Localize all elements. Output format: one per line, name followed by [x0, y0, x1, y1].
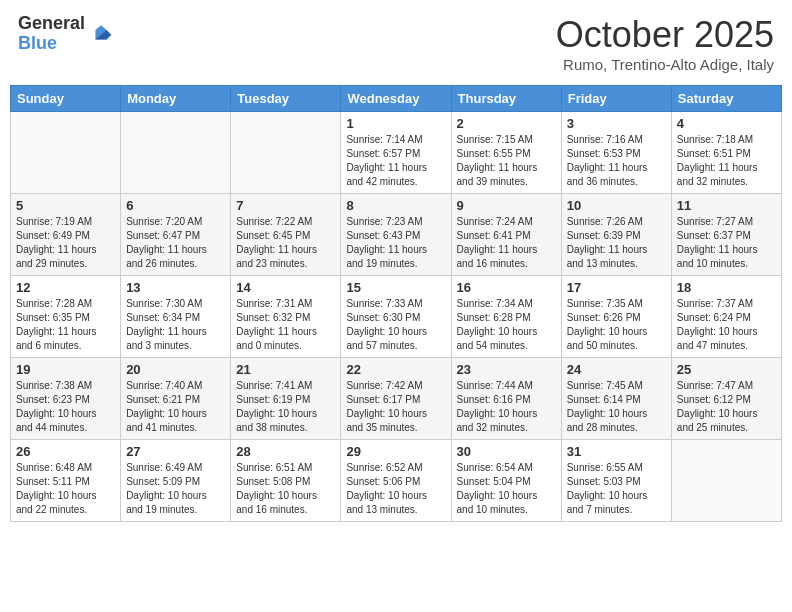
calendar-cell-8: 8Sunrise: 7:23 AM Sunset: 6:43 PM Daylig…	[341, 194, 451, 276]
day-info: Sunrise: 7:26 AM Sunset: 6:39 PM Dayligh…	[567, 215, 666, 271]
day-number: 5	[16, 198, 115, 213]
day-number: 17	[567, 280, 666, 295]
calendar-cell-12: 12Sunrise: 7:28 AM Sunset: 6:35 PM Dayli…	[11, 276, 121, 358]
day-info: Sunrise: 7:27 AM Sunset: 6:37 PM Dayligh…	[677, 215, 776, 271]
day-number: 3	[567, 116, 666, 131]
day-info: Sunrise: 6:54 AM Sunset: 5:04 PM Dayligh…	[457, 461, 556, 517]
day-number: 18	[677, 280, 776, 295]
day-number: 24	[567, 362, 666, 377]
calendar-cell-16: 16Sunrise: 7:34 AM Sunset: 6:28 PM Dayli…	[451, 276, 561, 358]
weekday-header-sunday: Sunday	[11, 86, 121, 112]
day-info: Sunrise: 6:48 AM Sunset: 5:11 PM Dayligh…	[16, 461, 115, 517]
calendar-cell-empty	[11, 112, 121, 194]
calendar-cell-empty	[231, 112, 341, 194]
month-title: October 2025	[556, 14, 774, 56]
day-info: Sunrise: 6:52 AM Sunset: 5:06 PM Dayligh…	[346, 461, 445, 517]
calendar-cell-27: 27Sunrise: 6:49 AM Sunset: 5:09 PM Dayli…	[121, 440, 231, 522]
calendar-cell-18: 18Sunrise: 7:37 AM Sunset: 6:24 PM Dayli…	[671, 276, 781, 358]
calendar-cell-29: 29Sunrise: 6:52 AM Sunset: 5:06 PM Dayli…	[341, 440, 451, 522]
logo: General Blue	[18, 14, 113, 54]
day-number: 16	[457, 280, 556, 295]
weekday-header-tuesday: Tuesday	[231, 86, 341, 112]
day-number: 23	[457, 362, 556, 377]
day-info: Sunrise: 7:22 AM Sunset: 6:45 PM Dayligh…	[236, 215, 335, 271]
day-number: 8	[346, 198, 445, 213]
title-section: October 2025 Rumo, Trentino-Alto Adige, …	[556, 14, 774, 73]
calendar-cell-4: 4Sunrise: 7:18 AM Sunset: 6:51 PM Daylig…	[671, 112, 781, 194]
calendar-cell-5: 5Sunrise: 7:19 AM Sunset: 6:49 PM Daylig…	[11, 194, 121, 276]
day-number: 31	[567, 444, 666, 459]
calendar-cell-25: 25Sunrise: 7:47 AM Sunset: 6:12 PM Dayli…	[671, 358, 781, 440]
day-number: 26	[16, 444, 115, 459]
weekday-header-monday: Monday	[121, 86, 231, 112]
day-number: 11	[677, 198, 776, 213]
day-number: 19	[16, 362, 115, 377]
day-info: Sunrise: 7:18 AM Sunset: 6:51 PM Dayligh…	[677, 133, 776, 189]
day-number: 20	[126, 362, 225, 377]
day-number: 30	[457, 444, 556, 459]
calendar-cell-31: 31Sunrise: 6:55 AM Sunset: 5:03 PM Dayli…	[561, 440, 671, 522]
day-number: 25	[677, 362, 776, 377]
day-info: Sunrise: 7:24 AM Sunset: 6:41 PM Dayligh…	[457, 215, 556, 271]
calendar-cell-15: 15Sunrise: 7:33 AM Sunset: 6:30 PM Dayli…	[341, 276, 451, 358]
day-info: Sunrise: 7:20 AM Sunset: 6:47 PM Dayligh…	[126, 215, 225, 271]
day-info: Sunrise: 7:47 AM Sunset: 6:12 PM Dayligh…	[677, 379, 776, 435]
day-info: Sunrise: 7:40 AM Sunset: 6:21 PM Dayligh…	[126, 379, 225, 435]
calendar-cell-11: 11Sunrise: 7:27 AM Sunset: 6:37 PM Dayli…	[671, 194, 781, 276]
day-number: 12	[16, 280, 115, 295]
day-info: Sunrise: 7:33 AM Sunset: 6:30 PM Dayligh…	[346, 297, 445, 353]
day-number: 21	[236, 362, 335, 377]
calendar-cell-22: 22Sunrise: 7:42 AM Sunset: 6:17 PM Dayli…	[341, 358, 451, 440]
calendar-cell-3: 3Sunrise: 7:16 AM Sunset: 6:53 PM Daylig…	[561, 112, 671, 194]
day-info: Sunrise: 7:45 AM Sunset: 6:14 PM Dayligh…	[567, 379, 666, 435]
day-info: Sunrise: 6:55 AM Sunset: 5:03 PM Dayligh…	[567, 461, 666, 517]
day-info: Sunrise: 7:19 AM Sunset: 6:49 PM Dayligh…	[16, 215, 115, 271]
calendar-cell-13: 13Sunrise: 7:30 AM Sunset: 6:34 PM Dayli…	[121, 276, 231, 358]
day-number: 7	[236, 198, 335, 213]
day-number: 29	[346, 444, 445, 459]
calendar-cell-2: 2Sunrise: 7:15 AM Sunset: 6:55 PM Daylig…	[451, 112, 561, 194]
calendar-cell-10: 10Sunrise: 7:26 AM Sunset: 6:39 PM Dayli…	[561, 194, 671, 276]
weekday-header-friday: Friday	[561, 86, 671, 112]
calendar-cell-28: 28Sunrise: 6:51 AM Sunset: 5:08 PM Dayli…	[231, 440, 341, 522]
day-info: Sunrise: 7:44 AM Sunset: 6:16 PM Dayligh…	[457, 379, 556, 435]
day-number: 2	[457, 116, 556, 131]
calendar-table: SundayMondayTuesdayWednesdayThursdayFrid…	[10, 85, 782, 522]
day-number: 28	[236, 444, 335, 459]
calendar-cell-20: 20Sunrise: 7:40 AM Sunset: 6:21 PM Dayli…	[121, 358, 231, 440]
day-number: 13	[126, 280, 225, 295]
logo-general: General	[18, 14, 85, 34]
day-info: Sunrise: 7:15 AM Sunset: 6:55 PM Dayligh…	[457, 133, 556, 189]
day-number: 22	[346, 362, 445, 377]
day-info: Sunrise: 7:35 AM Sunset: 6:26 PM Dayligh…	[567, 297, 666, 353]
calendar-cell-21: 21Sunrise: 7:41 AM Sunset: 6:19 PM Dayli…	[231, 358, 341, 440]
calendar-cell-9: 9Sunrise: 7:24 AM Sunset: 6:41 PM Daylig…	[451, 194, 561, 276]
day-info: Sunrise: 7:28 AM Sunset: 6:35 PM Dayligh…	[16, 297, 115, 353]
day-number: 4	[677, 116, 776, 131]
day-info: Sunrise: 7:42 AM Sunset: 6:17 PM Dayligh…	[346, 379, 445, 435]
day-info: Sunrise: 7:14 AM Sunset: 6:57 PM Dayligh…	[346, 133, 445, 189]
weekday-header-wednesday: Wednesday	[341, 86, 451, 112]
day-info: Sunrise: 6:51 AM Sunset: 5:08 PM Dayligh…	[236, 461, 335, 517]
day-info: Sunrise: 7:31 AM Sunset: 6:32 PM Dayligh…	[236, 297, 335, 353]
day-info: Sunrise: 7:16 AM Sunset: 6:53 PM Dayligh…	[567, 133, 666, 189]
day-number: 1	[346, 116, 445, 131]
calendar-cell-7: 7Sunrise: 7:22 AM Sunset: 6:45 PM Daylig…	[231, 194, 341, 276]
day-info: Sunrise: 7:30 AM Sunset: 6:34 PM Dayligh…	[126, 297, 225, 353]
weekday-header-thursday: Thursday	[451, 86, 561, 112]
day-info: Sunrise: 7:41 AM Sunset: 6:19 PM Dayligh…	[236, 379, 335, 435]
calendar-cell-6: 6Sunrise: 7:20 AM Sunset: 6:47 PM Daylig…	[121, 194, 231, 276]
day-number: 15	[346, 280, 445, 295]
logo-icon	[89, 22, 113, 46]
day-number: 10	[567, 198, 666, 213]
calendar-cell-30: 30Sunrise: 6:54 AM Sunset: 5:04 PM Dayli…	[451, 440, 561, 522]
calendar-cell-24: 24Sunrise: 7:45 AM Sunset: 6:14 PM Dayli…	[561, 358, 671, 440]
day-number: 6	[126, 198, 225, 213]
logo-blue: Blue	[18, 34, 85, 54]
day-info: Sunrise: 7:37 AM Sunset: 6:24 PM Dayligh…	[677, 297, 776, 353]
calendar-cell-14: 14Sunrise: 7:31 AM Sunset: 6:32 PM Dayli…	[231, 276, 341, 358]
calendar-cell-1: 1Sunrise: 7:14 AM Sunset: 6:57 PM Daylig…	[341, 112, 451, 194]
calendar-cell-19: 19Sunrise: 7:38 AM Sunset: 6:23 PM Dayli…	[11, 358, 121, 440]
day-info: Sunrise: 7:38 AM Sunset: 6:23 PM Dayligh…	[16, 379, 115, 435]
day-number: 27	[126, 444, 225, 459]
